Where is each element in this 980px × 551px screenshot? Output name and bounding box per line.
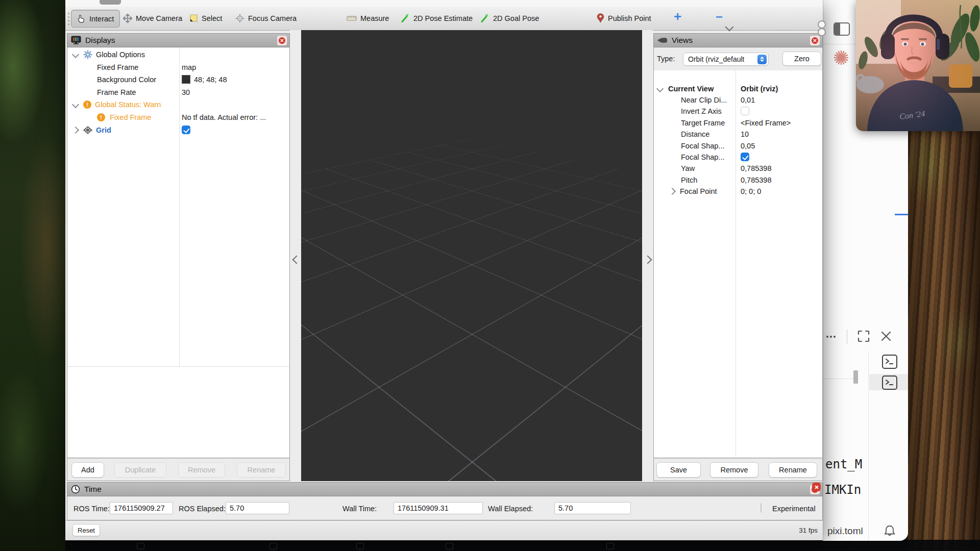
terminal-icon[interactable] [882, 355, 897, 369]
views-row-invert-z[interactable]: Invert Z Axis [681, 105, 722, 117]
wall-time-value: 1761150909.31 [398, 504, 449, 512]
save-view-button[interactable]: Save [656, 462, 701, 478]
tool-label: Publish Point [608, 14, 651, 22]
asterisk-icon[interactable] [834, 50, 849, 65]
add-tool-button[interactable]: + [674, 9, 681, 24]
views-row-current-view[interactable]: Current View [657, 83, 714, 94]
bell-icon[interactable] [884, 524, 896, 538]
more-icon[interactable] [826, 336, 828, 338]
views-value-pitch[interactable]: 0,785398 [741, 174, 771, 186]
webcam-video: Con '24 [856, 0, 980, 131]
displays-row-frame-rate[interactable]: Frame Rate [97, 86, 136, 98]
3d-viewport[interactable] [301, 30, 642, 481]
tool-interact[interactable]: Interact [71, 10, 120, 28]
taskbar-icon[interactable] [137, 543, 144, 549]
taskbar-icon[interactable] [446, 543, 453, 549]
views-row-target-frame[interactable]: Target Frame [681, 117, 725, 129]
tool-label: Select [202, 14, 222, 22]
scrollbar-thumb[interactable] [853, 370, 858, 384]
checkbox-unchecked-icon[interactable] [741, 107, 749, 115]
displays-row-fixed-frame[interactable]: Fixed Frame [97, 61, 138, 73]
remove-display-button[interactable]: Remove [178, 462, 225, 478]
tool-publish-point[interactable]: Publish Point [591, 10, 657, 27]
views-value-near-clip[interactable]: 0,01 [741, 94, 755, 106]
views-value-yaw[interactable]: 0,785398 [741, 162, 771, 174]
zero-button[interactable]: Zero [782, 52, 821, 66]
chevron-right-icon[interactable] [669, 187, 676, 194]
collapse-right-icon[interactable] [644, 256, 652, 264]
views-close-button[interactable]: ✕ [810, 36, 820, 45]
views-invert-z-checkbox[interactable] [741, 105, 749, 117]
experimental-checkbox[interactable] [761, 503, 762, 513]
views-row-near-clip[interactable]: Near Clip Di... [681, 94, 727, 106]
close-icon[interactable] [880, 331, 892, 342]
duplicate-display-button[interactable]: Duplicate [114, 462, 166, 478]
time-panel-header[interactable]: Time ✕ [67, 482, 823, 496]
tool-measure[interactable]: Measure [341, 10, 395, 27]
file-name: pixi.toml [827, 525, 863, 537]
row-value: 0,01 [741, 96, 755, 104]
chevron-down-icon[interactable] [656, 85, 664, 92]
displays-grid-enabled-checkbox[interactable] [182, 124, 190, 136]
chevron-down-icon[interactable] [72, 101, 79, 108]
views-row-focal-shape-size[interactable]: Focal Shap... [681, 140, 724, 152]
displays-row-background-color[interactable]: Background Color [97, 73, 156, 85]
collapse-left-icon[interactable] [292, 256, 301, 264]
displays-value-background-color[interactable]: 48; 48; 48 [182, 73, 227, 85]
window-tab-notch [100, 0, 121, 5]
tool-select[interactable]: Select [184, 10, 228, 27]
views-value-focal-point[interactable]: 0; 0; 0 [741, 185, 761, 197]
views-row-pitch[interactable]: Pitch [681, 174, 697, 186]
tool-2d-goal-pose[interactable]: 2D Goal Pose [475, 10, 545, 27]
views-value-distance[interactable]: 10 [741, 128, 749, 140]
displays-close-button[interactable]: ✕ [277, 36, 287, 45]
displays-value-fixed-frame[interactable]: map [182, 61, 196, 73]
taskbar[interactable] [65, 540, 980, 551]
displays-row-grid[interactable]: Grid [73, 124, 111, 136]
sidebar-toggle-icon[interactable] [834, 22, 850, 36]
ruler-icon [347, 15, 357, 22]
maximize-icon[interactable] [857, 330, 870, 343]
views-row-focal-point[interactable]: Focal Point [670, 185, 717, 197]
view-type-dropdown[interactable]: Orbit (rviz_default [683, 53, 769, 66]
views-focal-shape-checkbox[interactable] [741, 151, 749, 163]
tool-move-camera[interactable]: Move Camera [117, 10, 188, 27]
chevron-right-icon[interactable] [72, 126, 79, 133]
remove-view-button[interactable]: Remove [710, 462, 758, 478]
views-row-yaw[interactable]: Yaw [681, 162, 695, 174]
displays-row-global-status[interactable]: ! Global Status: Warn [73, 98, 161, 110]
checkbox-checked-icon[interactable] [182, 126, 190, 134]
displays-row-global-options[interactable]: Global Options [73, 48, 145, 60]
displays-value-fixed-frame-warning[interactable]: No tf data. Actual error: ... [182, 111, 266, 123]
toolbar-overflow-chevron-icon[interactable] [725, 23, 734, 32]
wall-time-input[interactable]: 1761150909.31 [394, 502, 483, 514]
views-value-focal-shape-size[interactable]: 0,05 [741, 140, 755, 152]
views-row-distance[interactable]: Distance [681, 128, 709, 140]
taskbar-icon[interactable] [270, 543, 277, 549]
views-panel-header[interactable]: Views ✕ [653, 33, 823, 47]
taskbar-icon[interactable] [606, 543, 614, 549]
toolbar-drag-handle[interactable] [68, 13, 69, 14]
wall-elapsed-input[interactable]: 5.70 [554, 502, 631, 514]
displays-row-fixed-frame-warning[interactable]: ! Fixed Frame [97, 111, 151, 123]
reset-button[interactable]: Reset [72, 524, 100, 536]
rename-view-button[interactable]: Rename [769, 462, 817, 478]
views-value-target-frame[interactable]: <Fixed Frame> [741, 117, 791, 129]
chevron-down-icon[interactable] [72, 51, 79, 58]
checkbox-checked-icon[interactable] [741, 153, 749, 161]
time-panel: ROS Time: 1761150909.27 ROS Elapsed: 5.7… [67, 496, 823, 520]
ros-elapsed-input[interactable]: 5.70 [226, 502, 289, 514]
add-display-button[interactable]: Add [71, 462, 104, 478]
rename-display-button[interactable]: Rename [237, 462, 286, 478]
row-label: Frame Rate [97, 88, 136, 96]
terminal-icon[interactable] [882, 375, 897, 390]
remove-tool-button[interactable]: − [716, 10, 723, 24]
displays-panel-header[interactable]: Displays ✕ [67, 33, 290, 47]
displays-value-frame-rate[interactable]: 30 [182, 86, 190, 98]
taskbar-icon[interactable] [356, 543, 364, 549]
ros-time-input[interactable]: 1761150909.27 [110, 502, 173, 514]
tool-focus-camera[interactable]: Focus Camera [230, 10, 302, 27]
tool-2d-pose-estimate[interactable]: 2D Pose Estimate [395, 10, 478, 27]
views-row-focal-shape-fixed[interactable]: Focal Shap... [681, 151, 724, 163]
row-label: Fixed Frame [110, 113, 151, 121]
